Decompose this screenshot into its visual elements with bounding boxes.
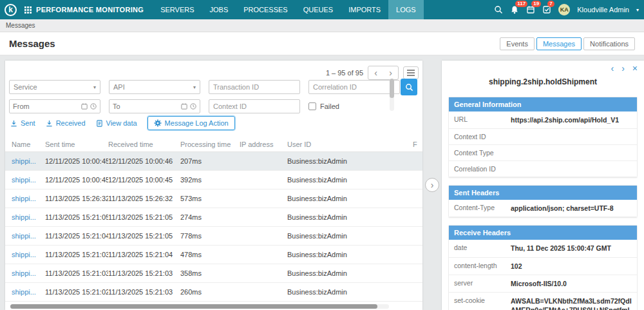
- filter-row-2: Failed: [9, 99, 400, 113]
- section-header: Sent Headers: [449, 186, 637, 200]
- tab-events[interactable]: Events: [500, 37, 535, 50]
- filters-vertical-scrollbar[interactable]: [390, 79, 394, 111]
- table-row[interactable]: shippi...12/11/2025 10:00:4512/11/2025 1…: [5, 171, 422, 189]
- processing-time-cell: 573ms: [180, 195, 240, 202]
- message-name-link[interactable]: shippi...: [12, 269, 36, 277]
- column-header-name[interactable]: Name: [12, 140, 45, 148]
- column-header-received-time[interactable]: Received time: [108, 140, 180, 148]
- name-cell: shippi...: [12, 176, 45, 184]
- table-row[interactable]: shippi...11/13/2025 15:26:3211/13/2025 1…: [5, 189, 422, 208]
- app-logo[interactable]: k: [5, 4, 17, 16]
- field-label: set-cookie: [454, 296, 511, 310]
- next-page-button[interactable]: ›: [383, 66, 398, 79]
- table-row[interactable]: shippi...11/13/2025 15:21:0511/13/2025 1…: [5, 208, 422, 227]
- tab-notifications[interactable]: Notifications: [583, 37, 635, 50]
- detail-prev-button[interactable]: ‹: [611, 64, 614, 73]
- api-select[interactable]: API ▾: [109, 80, 200, 94]
- message-name-link[interactable]: shippi...: [12, 176, 36, 184]
- field-row: Context ID: [449, 129, 637, 145]
- message-name-link[interactable]: shippi...: [12, 213, 36, 221]
- name-cell: shippi...: [12, 269, 45, 277]
- table-row[interactable]: shippi...11/13/2025 15:21:0311/13/2025 1…: [5, 246, 422, 264]
- nav-item-queues[interactable]: QUEUES: [296, 0, 341, 19]
- sent-time-cell: 11/13/2025 15:21:03: [45, 251, 108, 258]
- detail-nav: ‹ › ×: [611, 64, 638, 73]
- user-avatar[interactable]: KA: [558, 4, 570, 15]
- apps-grid-icon[interactable]: [24, 6, 32, 14]
- nav-item-processes[interactable]: PROCESSES: [236, 0, 295, 19]
- nav-item-jobs[interactable]: JOBS: [202, 0, 236, 19]
- horizontal-scrollbar[interactable]: [10, 304, 389, 309]
- column-header-processing-time[interactable]: Processing time: [180, 140, 240, 148]
- message-name-link[interactable]: shippi...: [12, 195, 36, 202]
- breadcrumb[interactable]: Messages: [6, 22, 35, 29]
- column-header-user-id[interactable]: User ID: [287, 140, 413, 148]
- calendar-icon[interactable]: 19: [526, 5, 535, 14]
- search-button[interactable]: [401, 79, 417, 95]
- message-name-link[interactable]: shippi...: [12, 288, 36, 296]
- sent-time-cell: 11/13/2025 15:21:04: [45, 232, 108, 240]
- failed-checkbox[interactable]: [308, 102, 316, 110]
- context-id-input[interactable]: [209, 99, 300, 113]
- view-data-button[interactable]: View data: [96, 119, 137, 127]
- chevron-down-icon: ▾: [93, 84, 96, 90]
- document-icon: [96, 120, 103, 127]
- processing-time-cell: 358ms: [180, 269, 240, 277]
- transaction-id-input[interactable]: [209, 80, 300, 94]
- from-date-input[interactable]: [13, 102, 79, 110]
- service-select[interactable]: Service ▾: [9, 80, 100, 94]
- user-id-cell: Business:bizAdmin: [287, 213, 413, 221]
- prev-page-button[interactable]: ‹: [368, 66, 383, 79]
- sent-download-button[interactable]: Sent: [10, 119, 35, 127]
- column-header-sent-time[interactable]: Sent time: [45, 140, 108, 148]
- from-date-field[interactable]: [9, 99, 100, 113]
- user-name[interactable]: Kloudville Admin: [577, 6, 629, 14]
- detail-next-button[interactable]: ›: [621, 64, 625, 73]
- table-row[interactable]: shippi...11/13/2025 15:21:0411/13/2025 1…: [5, 227, 422, 246]
- search-icon[interactable]: [494, 5, 503, 14]
- list-menu-button[interactable]: [403, 66, 419, 79]
- field-value: Thu, 11 Dec 2025 15:00:47 GMT: [511, 244, 611, 253]
- nav-item-imports[interactable]: IMPORTS: [341, 0, 388, 19]
- logo-letter: k: [8, 5, 13, 14]
- received-download-button[interactable]: Received: [46, 119, 86, 127]
- correlation-id-input[interactable]: [308, 80, 400, 94]
- message-name-link[interactable]: shippi...: [12, 251, 36, 258]
- message-log-action-button[interactable]: Message Log Action: [147, 116, 235, 130]
- notifications-bell-icon[interactable]: 117: [510, 5, 519, 14]
- table-row[interactable]: shippi...11/13/2025 15:21:0311/13/2025 1…: [5, 264, 422, 283]
- download-icon: [10, 120, 17, 127]
- field-value: 102: [511, 262, 522, 271]
- to-date-field[interactable]: [109, 99, 200, 113]
- scrollbar-thumb[interactable]: [390, 79, 394, 98]
- scrollbar-thumb[interactable]: [10, 304, 377, 309]
- received-time-cell: 11/13/2025 15:21:05: [108, 213, 180, 221]
- collapse-detail-button[interactable]: ›: [425, 178, 439, 192]
- user-menu-chevron-down-icon[interactable]: ▾: [636, 7, 639, 13]
- tab-messages[interactable]: Messages: [536, 37, 582, 50]
- tasks-icon[interactable]: 7: [542, 5, 551, 14]
- clock-icon: [90, 103, 97, 110]
- column-header-ip-address[interactable]: IP address: [240, 140, 287, 148]
- received-time-cell: 11/13/2025 15:21:03: [108, 288, 180, 296]
- message-name-link[interactable]: shippi...: [12, 232, 36, 240]
- page-header: Messages EventsMessagesNotifications: [0, 32, 644, 55]
- message-detail-panel: ‹ › × shipping.2ship.holdShipment Genera…: [442, 61, 644, 310]
- nav-item-servers[interactable]: SERVERS: [153, 0, 202, 19]
- table-row[interactable]: shippi...11/13/2025 15:21:0211/13/2025 1…: [5, 283, 422, 302]
- detail-close-icon[interactable]: ×: [632, 64, 638, 73]
- messages-table: NameSent timeReceived timeProcessing tim…: [5, 137, 422, 302]
- message-log-action-label: Message Log Action: [165, 119, 229, 127]
- table-row[interactable]: shippi...12/11/2025 10:00:4512/11/2025 1…: [5, 152, 422, 171]
- received-time-cell: 11/13/2025 15:21:03: [108, 269, 180, 277]
- name-cell: shippi...: [12, 157, 45, 165]
- to-date-input[interactable]: [113, 102, 178, 110]
- user-id-cell: Business:bizAdmin: [287, 269, 413, 277]
- sent-label: Sent: [21, 119, 35, 127]
- nav-item-logs[interactable]: LOGS: [388, 0, 424, 19]
- user-id-cell: Business:bizAdmin: [287, 176, 413, 184]
- processing-time-cell: 478ms: [180, 251, 240, 258]
- message-name-link[interactable]: shippi...: [12, 157, 36, 165]
- column-header-f[interactable]: F: [413, 140, 422, 148]
- sent-time-cell: 11/13/2025 15:21:02: [45, 288, 108, 296]
